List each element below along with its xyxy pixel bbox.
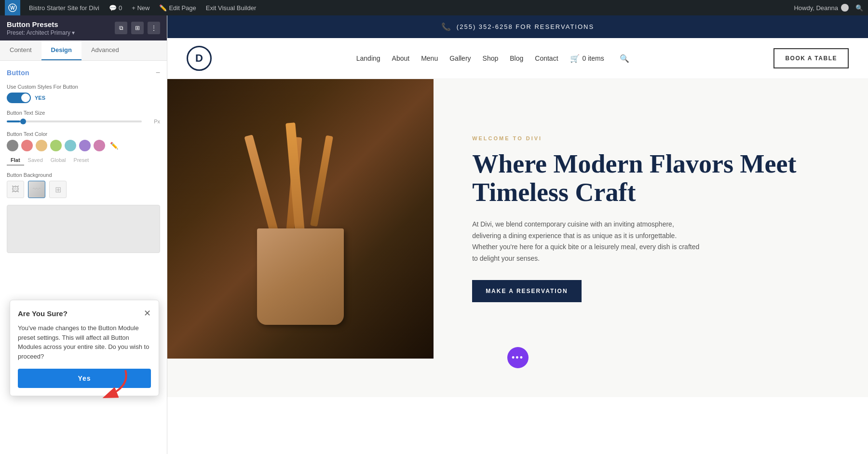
search-icon-bar[interactable]: 🔍 — [855, 4, 863, 12]
food-image — [167, 79, 434, 359]
dialog-body: You've made changes to the Button Module… — [18, 323, 151, 361]
site-content: 📞 (255) 352-6258 FOR RESERVATIONS D Land… — [167, 15, 868, 454]
left-panel: Button Presets Preset: Architect Primary… — [0, 15, 167, 454]
comments-bar[interactable]: 💬 0 — [104, 0, 127, 15]
exit-builder-label: Exit Visual Builder — [206, 4, 257, 12]
tab-design[interactable]: Design — [41, 40, 81, 60]
nav-link-about[interactable]: About — [392, 54, 410, 62]
color-tab-flat[interactable]: Flat — [7, 155, 24, 165]
text-color-field: Button Text Color ✏️ Flat Saved Global P… — [7, 131, 160, 165]
nav-links: Landing About Menu Gallery Shop Blog Con… — [356, 54, 629, 63]
reservation-button[interactable]: MAKE A RESERVATION — [472, 280, 581, 302]
comment-icon: 💬 — [109, 4, 117, 12]
hero-body: At Divi, we blend contemporary cuisine w… — [472, 219, 704, 265]
nav-link-shop[interactable]: Shop — [483, 54, 499, 62]
custom-styles-label: Use Custom Styles For Button — [7, 84, 160, 90]
swatch-yellow[interactable] — [36, 140, 47, 151]
site-logo[interactable]: D — [187, 46, 212, 71]
exit-builder-bar-item[interactable]: Exit Visual Builder — [201, 0, 261, 15]
breadstick-4 — [310, 135, 333, 227]
swatch-mauve[interactable] — [94, 140, 105, 151]
comment-count: 0 — [119, 4, 122, 12]
color-tab-global[interactable]: Global — [47, 155, 70, 165]
bg-swatch-image[interactable]: 🖼 — [7, 181, 24, 198]
nav-link-menu[interactable]: Menu — [421, 54, 438, 62]
text-size-label: Button Text Size — [7, 110, 160, 116]
panel-icon-more[interactable]: ⋮ — [148, 22, 160, 34]
nav-link-blog[interactable]: Blog — [510, 54, 523, 62]
howdy-text: Howdy, Deanna — [794, 4, 838, 12]
search-icon-nav[interactable]: 🔍 — [620, 54, 629, 63]
pencil-icon[interactable]: ✏️ — [110, 142, 118, 149]
hero-text: WELCOME TO DIVI Where Modern Flavors Mee… — [434, 79, 868, 359]
hero-section: WELCOME TO DIVI Where Modern Flavors Mee… — [167, 79, 868, 359]
user-avatar — [841, 4, 849, 12]
panel-title: Button Presets — [7, 20, 75, 28]
color-tabs: Flat Saved Global Preset — [7, 155, 160, 165]
slider-value-label: Px — [146, 119, 160, 124]
book-table-button[interactable]: BOOK A TABLE — [773, 48, 849, 68]
panel-icon-grid[interactable]: ⊞ — [131, 22, 144, 34]
hero-eyebrow: WELCOME TO DIVI — [472, 135, 839, 141]
color-tab-saved[interactable]: Saved — [24, 155, 47, 165]
tab-content[interactable]: Content — [0, 40, 41, 60]
panel-header: Button Presets Preset: Architect Primary… — [0, 15, 167, 40]
edit-page-bar-item[interactable]: ✏️ Edit Page — [154, 0, 201, 15]
tab-advanced[interactable]: Advanced — [81, 40, 129, 60]
new-label: + New — [132, 4, 149, 12]
site-nav: D Landing About Menu Gallery Shop Blog C… — [167, 38, 868, 79]
panel-preset[interactable]: Preset: Architect Primary ▾ — [7, 29, 75, 36]
cart-area[interactable]: 🛒 0 items — [570, 54, 604, 63]
custom-styles-field: Use Custom Styles For Button YES — [7, 84, 160, 103]
custom-styles-toggle[interactable] — [7, 93, 31, 103]
collapse-button[interactable]: − — [156, 68, 160, 77]
bg-swatch-gradient[interactable]: 〰 — [28, 181, 45, 198]
dialog-close-button[interactable]: ✕ — [144, 308, 151, 319]
swatch-purple[interactable] — [79, 140, 91, 151]
bg-swatch-pattern[interactable]: ⊞ — [49, 181, 67, 198]
edit-page-label: Edit Page — [169, 4, 196, 12]
preview-box — [7, 205, 160, 253]
panel-title-area: Button Presets Preset: Architect Primary… — [7, 20, 75, 36]
nav-link-landing[interactable]: Landing — [356, 54, 380, 62]
dialog-title: Are You Sure? — [18, 309, 68, 318]
toggle-knob — [21, 93, 30, 102]
nav-link-gallery[interactable]: Gallery — [449, 54, 471, 62]
dots-button[interactable]: ••• — [507, 347, 529, 368]
swatch-pink[interactable] — [21, 140, 33, 151]
site-name-bar[interactable]: Bistro Starter Site for Divi — [24, 0, 104, 15]
swatch-gray[interactable] — [7, 140, 18, 151]
slider-thumb[interactable] — [20, 119, 26, 124]
confirm-yes-button[interactable]: Yes — [18, 369, 151, 388]
nav-link-contact[interactable]: Contact — [535, 54, 558, 62]
text-size-field: Button Text Size Px — [7, 110, 160, 124]
dialog-header: Are You Sure? ✕ — [18, 308, 151, 319]
toggle-value: YES — [35, 95, 45, 101]
confirm-dialog: Are You Sure? ✕ You've made changes to t… — [10, 300, 159, 396]
panel-icon-copy[interactable]: ⧉ — [115, 22, 127, 34]
swatch-teal[interactable] — [65, 140, 76, 151]
text-size-slider-row: Px — [7, 119, 160, 124]
wp-logo[interactable]: W — [5, 0, 20, 15]
new-bar-item[interactable]: + New — [127, 0, 154, 15]
svg-text:W: W — [10, 5, 15, 11]
edit-icon: ✏️ — [159, 4, 167, 12]
cart-icon: 🛒 — [570, 54, 580, 63]
toggle-row: YES — [7, 93, 160, 103]
background-label: Button Background — [7, 172, 160, 178]
section-title: Button — [7, 69, 29, 77]
site-name-label: Bistro Starter Site for Divi — [29, 4, 99, 12]
cart-label: 0 items — [583, 54, 604, 62]
hero-image — [167, 79, 434, 359]
swatch-green[interactable] — [50, 140, 62, 151]
background-field: Button Background 🖼 〰 ⊞ — [7, 172, 160, 198]
color-swatches: ✏️ — [7, 140, 160, 151]
hero-heading: Where Modern Flavors Meet Timeless Craft — [472, 150, 839, 207]
text-size-track[interactable] — [7, 120, 142, 122]
breadstick-1 — [244, 134, 280, 239]
admin-bar: W Bistro Starter Site for Divi 💬 0 + New… — [0, 0, 868, 15]
color-tab-preset[interactable]: Preset — [70, 155, 93, 165]
phone-icon: 📞 — [441, 22, 452, 31]
paper-bag — [257, 228, 344, 325]
panel-icons: ⧉ ⊞ ⋮ — [115, 22, 160, 34]
